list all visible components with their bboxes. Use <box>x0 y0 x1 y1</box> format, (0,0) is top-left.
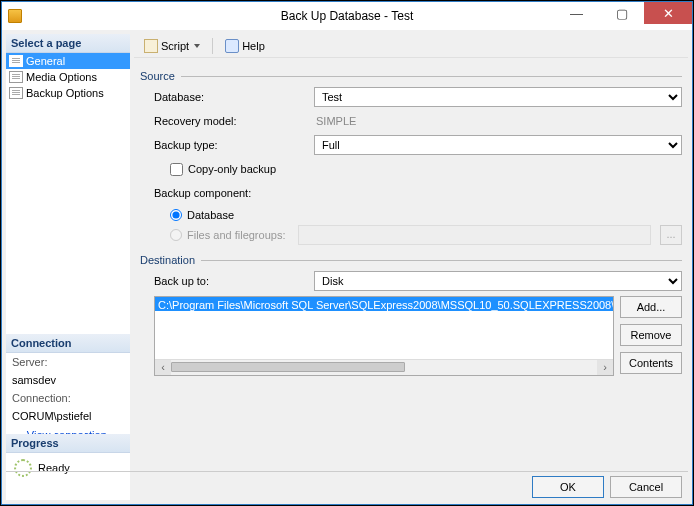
backup-type-label: Backup type: <box>154 139 314 151</box>
recovery-value: SIMPLE <box>314 115 356 127</box>
close-button[interactable]: ✕ <box>644 2 692 24</box>
help-icon <box>225 39 239 53</box>
recovery-label: Recovery model: <box>154 115 314 127</box>
contents-button[interactable]: Contents <box>620 352 682 374</box>
ok-button[interactable]: OK <box>532 476 604 498</box>
copy-only-checkbox[interactable]: Copy-only backup <box>170 163 276 176</box>
scroll-left-icon[interactable]: ‹ <box>155 360 171 375</box>
page-backup-options[interactable]: Backup Options <box>6 85 130 101</box>
backup-component-label: Backup component: <box>154 187 314 199</box>
destination-group: Destination <box>140 254 195 266</box>
right-panel: Script Help Source Database: Test Recove… <box>134 34 688 470</box>
backup-to-label: Back up to: <box>154 275 314 287</box>
connection-label: Connection: <box>6 389 130 407</box>
scroll-right-icon[interactable]: › <box>597 360 613 375</box>
backup-type-select[interactable]: Full <box>314 135 682 155</box>
page-icon <box>9 55 23 67</box>
page-general[interactable]: General <box>6 53 130 69</box>
app-icon <box>8 9 22 23</box>
destination-path[interactable]: C:\Program Files\Microsoft SQL Server\SQ… <box>155 297 613 311</box>
minimize-button[interactable]: — <box>554 2 599 24</box>
server-label: Server: <box>6 353 130 371</box>
toolbar: Script Help <box>134 34 688 58</box>
progress-spinner-icon <box>14 459 32 477</box>
filegroups-field <box>298 225 651 245</box>
database-label: Database: <box>154 91 314 103</box>
script-button[interactable]: Script <box>140 38 204 54</box>
progress-status: Ready <box>6 453 130 483</box>
connection-value: CORUM\pstiefel <box>6 407 130 425</box>
maximize-button[interactable]: ▢ <box>599 2 644 24</box>
filegroups-browse-button: ... <box>660 225 682 245</box>
add-button[interactable]: Add... <box>620 296 682 318</box>
database-select[interactable]: Test <box>314 87 682 107</box>
server-value: samsdev <box>6 371 130 389</box>
dialog-window: Back Up Database - Test — ▢ ✕ Select a p… <box>1 1 693 505</box>
source-group: Source <box>140 70 175 82</box>
chevron-down-icon <box>194 44 200 48</box>
separator <box>6 471 688 472</box>
script-icon <box>144 39 158 53</box>
cancel-button[interactable]: Cancel <box>610 476 682 498</box>
backup-to-select[interactable]: Disk <box>314 271 682 291</box>
remove-button[interactable]: Remove <box>620 324 682 346</box>
page-icon <box>9 87 23 99</box>
radio-filegroups-input <box>170 229 182 241</box>
titlebar[interactable]: Back Up Database - Test — ▢ ✕ <box>2 2 692 30</box>
page-media-options[interactable]: Media Options <box>6 69 130 85</box>
toolbar-separator <box>212 38 213 54</box>
copy-only-input[interactable] <box>170 163 183 176</box>
left-panel: Select a page General Media Options Back… <box>6 34 130 500</box>
scroll-thumb[interactable] <box>171 362 405 372</box>
destination-list[interactable]: C:\Program Files\Microsoft SQL Server\SQ… <box>154 296 614 376</box>
horizontal-scrollbar[interactable]: ‹ › <box>155 359 613 375</box>
radio-database[interactable]: Database <box>170 206 682 224</box>
connection-header: Connection <box>6 334 130 353</box>
select-page-header: Select a page <box>6 34 130 53</box>
page-icon <box>9 71 23 83</box>
progress-header: Progress <box>6 434 130 453</box>
help-button[interactable]: Help <box>221 38 269 54</box>
radio-filegroups: Files and filegroups: ... <box>170 226 682 244</box>
radio-database-input[interactable] <box>170 209 182 221</box>
